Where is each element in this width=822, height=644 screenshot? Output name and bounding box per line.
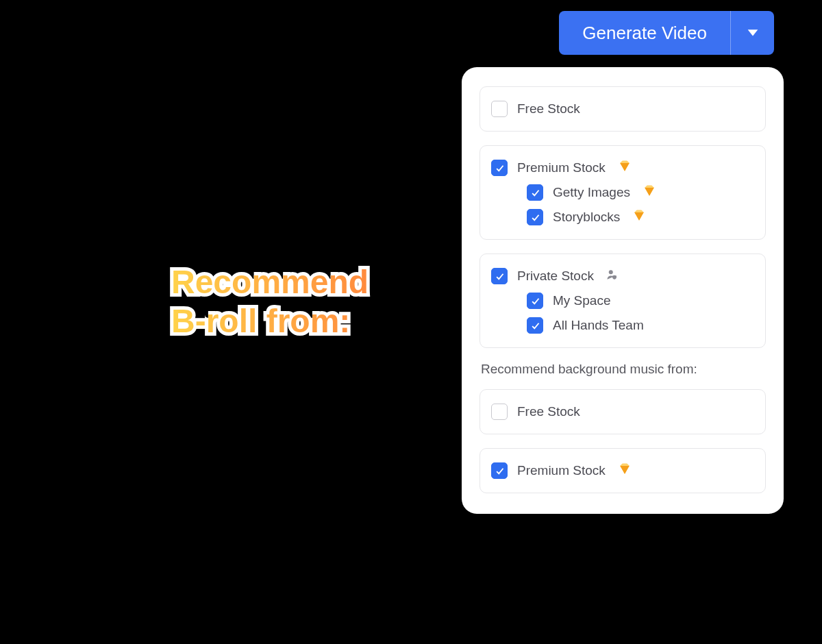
checkbox-music-premium[interactable] xyxy=(491,462,508,479)
music-premium-stock-row[interactable]: Premium Stock xyxy=(491,458,754,483)
label-music-premium: Premium Stock xyxy=(517,463,606,478)
diamond-icon xyxy=(630,209,646,225)
checkbox-private-stock[interactable] xyxy=(491,268,508,284)
broll-private-stock-row[interactable]: Private Stock xyxy=(491,264,754,288)
diamond-icon xyxy=(615,462,632,479)
caret-down-icon xyxy=(745,25,760,42)
checkbox-allhands[interactable] xyxy=(527,317,543,334)
checkbox-myspace[interactable] xyxy=(527,293,543,309)
checkbox-premium-stock[interactable] xyxy=(491,160,508,176)
diamond-icon xyxy=(615,160,632,176)
person-shield-icon xyxy=(603,269,619,284)
label-allhands: All Hands Team xyxy=(553,318,644,333)
svg-point-0 xyxy=(609,270,613,274)
broll-premium-stock-group: Premium Stock Getty Images Storyblocks xyxy=(480,145,766,240)
broll-getty-row[interactable]: Getty Images xyxy=(491,180,754,205)
music-free-stock-group: Free Stock xyxy=(480,389,766,434)
generate-video-split-button: Generate Video xyxy=(559,11,774,55)
label-music-free: Free Stock xyxy=(517,404,580,419)
headline-line-1: Recommend xyxy=(171,264,369,300)
generate-video-button[interactable]: Generate Video xyxy=(559,11,730,55)
label-storyblocks: Storyblocks xyxy=(553,210,620,225)
broll-storyblocks-row[interactable]: Storyblocks xyxy=(491,205,754,230)
diamond-icon xyxy=(640,184,656,201)
music-premium-stock-group: Premium Stock xyxy=(480,448,766,493)
broll-private-stock-group: Private Stock My Space All Hands Team xyxy=(480,253,766,348)
label-getty: Getty Images xyxy=(553,185,630,200)
checkbox-getty[interactable] xyxy=(527,184,543,201)
broll-free-stock-group: Free Stock xyxy=(480,86,766,132)
options-panel: Free Stock Premium Stock Getty Images xyxy=(462,67,784,514)
headline: Recommend B-roll from: Recommend B-roll … xyxy=(171,263,369,340)
music-section-title: Recommend background music from: xyxy=(481,362,764,377)
generate-video-dropdown-toggle[interactable] xyxy=(730,11,774,55)
broll-free-stock-row[interactable]: Free Stock xyxy=(491,97,754,121)
label-free-stock: Free Stock xyxy=(517,101,580,116)
label-myspace: My Space xyxy=(553,293,610,308)
label-premium-stock: Premium Stock xyxy=(517,160,606,175)
broll-myspace-row[interactable]: My Space xyxy=(491,288,754,313)
checkbox-free-stock[interactable] xyxy=(491,101,508,117)
headline-line-2: B-roll from: xyxy=(171,303,350,339)
checkbox-music-free[interactable] xyxy=(491,404,508,420)
label-private-stock: Private Stock xyxy=(517,269,594,284)
music-free-stock-row[interactable]: Free Stock xyxy=(491,399,754,424)
broll-allhands-row[interactable]: All Hands Team xyxy=(491,313,754,338)
broll-premium-stock-row[interactable]: Premium Stock xyxy=(491,156,754,180)
checkbox-storyblocks[interactable] xyxy=(527,209,543,225)
